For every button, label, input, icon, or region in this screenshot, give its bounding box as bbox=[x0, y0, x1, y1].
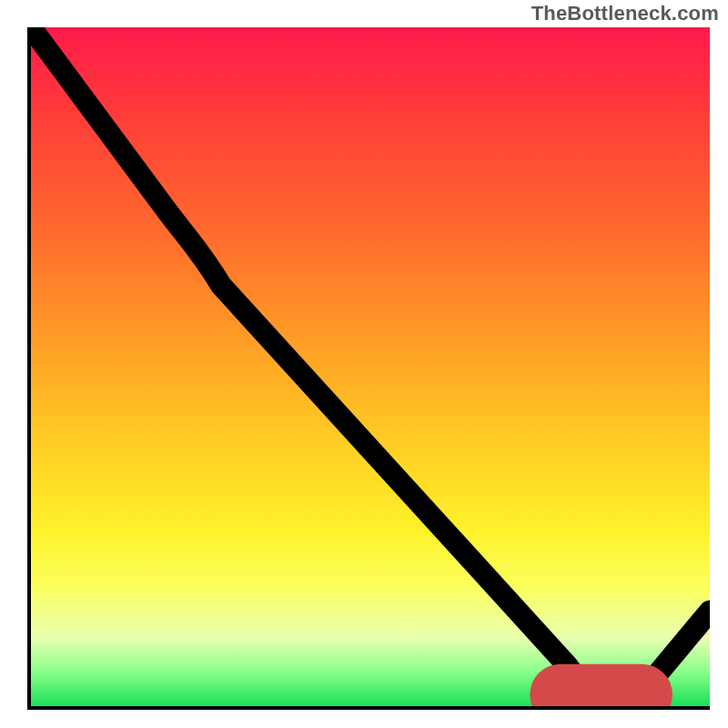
chart-frame: TheBottleneck.com bbox=[0, 0, 728, 728]
watermark-text: TheBottleneck.com bbox=[531, 2, 719, 25]
bottleneck-curve bbox=[31, 27, 710, 706]
curve-path bbox=[31, 27, 710, 696]
plot-area bbox=[27, 27, 710, 710]
